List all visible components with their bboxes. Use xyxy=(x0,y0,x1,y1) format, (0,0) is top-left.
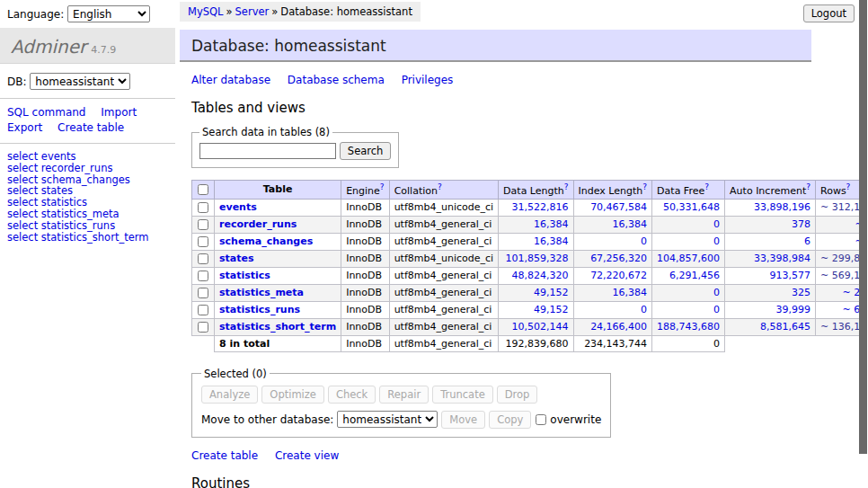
index-length-link[interactable]: 0 xyxy=(641,304,647,315)
action-link-alter-database[interactable]: Alter database xyxy=(191,74,270,86)
auto-increment-link[interactable]: 33,898,196 xyxy=(754,201,810,213)
row-checkbox-schema-changes[interactable] xyxy=(198,236,208,247)
truncate-button[interactable]: Truncate xyxy=(432,386,493,404)
index-length-link[interactable]: 24,166,400 xyxy=(590,321,647,333)
table-link-states[interactable]: states xyxy=(219,253,254,264)
sidebar-select-statistics-short-term[interactable]: select statistics_short_term xyxy=(7,232,168,244)
sidebar-select-statistics-meta[interactable]: select statistics_meta xyxy=(7,209,168,220)
table-link-statistics-meta[interactable]: statistics_meta xyxy=(219,287,304,298)
data-free-link[interactable]: 0 xyxy=(713,304,720,315)
row-checkbox-events[interactable] xyxy=(198,202,208,213)
column-header-label: Auto Increment xyxy=(730,185,806,197)
data-free-link[interactable]: 50,331,648 xyxy=(663,201,720,213)
row-checkbox-statistics-short-term[interactable] xyxy=(198,322,208,333)
auto-increment-link[interactable]: 6 xyxy=(804,235,810,247)
move-button[interactable]: Move xyxy=(441,411,485,429)
create-link-create-view[interactable]: Create view xyxy=(275,449,339,462)
data-free-link[interactable]: 188,743,680 xyxy=(657,321,720,333)
table-cell: InnoDB xyxy=(341,250,389,267)
overwrite-checkbox[interactable] xyxy=(536,414,546,425)
row-checkbox-recorder-runs[interactable] xyxy=(198,219,208,230)
check-button[interactable]: Check xyxy=(328,386,376,404)
select-all-checkbox[interactable] xyxy=(198,184,208,195)
sidebar-link-export[interactable]: Export xyxy=(7,121,42,134)
data-free-link[interactable]: 0 xyxy=(713,287,720,298)
help-link[interactable]: ? xyxy=(806,182,810,191)
auto-increment-link[interactable]: 33,398,984 xyxy=(754,253,810,264)
help-link[interactable]: ? xyxy=(704,182,709,191)
auto-increment-link[interactable]: 325 xyxy=(792,287,810,298)
sidebar-link-import[interactable]: Import xyxy=(101,106,137,119)
sidebar-select-statistics-runs[interactable]: select statistics_runs xyxy=(7,220,168,232)
auto-increment-link[interactable]: 913,577 xyxy=(770,270,811,281)
search-legend: Search data in tables (8) xyxy=(199,126,332,138)
help-link[interactable]: ? xyxy=(380,182,385,191)
scrollbar-thumb[interactable] xyxy=(859,0,867,454)
auto-increment-link[interactable]: 8,581,645 xyxy=(760,321,810,333)
data-length-link[interactable]: 49,152 xyxy=(534,287,569,298)
table-cell: 188,743,680 xyxy=(652,318,725,335)
drop-button[interactable]: Drop xyxy=(497,386,538,404)
action-link-database-schema[interactable]: Database schema xyxy=(288,74,385,86)
table-link-statistics-runs[interactable]: statistics_runs xyxy=(219,304,300,315)
data-length-link[interactable]: 16,384 xyxy=(534,235,569,247)
data-free-link[interactable]: 0 xyxy=(713,235,720,247)
index-length-link[interactable]: 16,384 xyxy=(613,218,648,230)
sidebar-select-recorder-runs[interactable]: select recorder_runs xyxy=(7,163,168,174)
help-link[interactable]: ? xyxy=(642,182,647,191)
data-length-link[interactable]: 10,502,144 xyxy=(512,321,569,333)
repair-button[interactable]: Repair xyxy=(379,386,429,404)
index-length-link[interactable]: 72,220,672 xyxy=(590,270,647,281)
index-length-link[interactable]: 67,256,320 xyxy=(590,253,647,264)
data-free-link[interactable]: 0 xyxy=(713,218,720,230)
data-length-link[interactable]: 49,152 xyxy=(534,304,569,315)
sidebar-select-events[interactable]: select events xyxy=(7,151,168,163)
table-cell: utf8mb4_unicode_ci xyxy=(389,199,498,216)
help-link[interactable]: ? xyxy=(564,182,569,191)
index-length-link[interactable]: 16,384 xyxy=(613,287,648,298)
table-link-recorder-runs[interactable]: recorder_runs xyxy=(219,218,297,230)
table-link-statistics-short-term[interactable]: statistics_short_term xyxy=(219,321,336,333)
search-button[interactable]: Search xyxy=(340,142,392,160)
breadcrumb-link-server[interactable]: Server xyxy=(235,5,270,18)
db-select[interactable]: homeassistant xyxy=(30,73,130,90)
row-checkbox-statistics[interactable] xyxy=(198,271,208,281)
row-checkbox-states[interactable] xyxy=(198,253,208,264)
data-free-link[interactable]: 104,857,600 xyxy=(657,253,720,264)
action-link-privileges[interactable]: Privileges xyxy=(402,74,454,86)
language-select[interactable]: English xyxy=(67,5,150,22)
row-checkbox-statistics-runs[interactable] xyxy=(198,305,208,315)
data-free-link[interactable]: 6,291,456 xyxy=(669,270,720,281)
optimize-button[interactable]: Optimize xyxy=(261,386,324,404)
routines-heading: Routines xyxy=(191,475,868,488)
breadcrumb: MySQL»Server»Database: homeassistant xyxy=(180,2,421,22)
table-cell: 39,999 xyxy=(725,301,816,318)
table-cell xyxy=(192,216,215,233)
index-length-link[interactable]: 0 xyxy=(641,235,647,247)
data-length-link[interactable]: 16,384 xyxy=(534,218,569,230)
data-length-link[interactable]: 48,824,320 xyxy=(512,270,569,281)
help-link[interactable]: ? xyxy=(438,182,442,191)
move-row: Move to other database:homeassistantMove… xyxy=(201,411,601,429)
data-length-link[interactable]: 101,859,328 xyxy=(506,253,569,264)
help-link[interactable]: ? xyxy=(846,182,851,191)
auto-increment-link[interactable]: 39,999 xyxy=(776,304,811,315)
sidebar-link-create-table[interactable]: Create table xyxy=(58,121,124,134)
table-link-statistics[interactable]: statistics xyxy=(219,270,270,281)
table-cell: 104,857,600 xyxy=(652,250,725,267)
index-length-link[interactable]: 70,467,584 xyxy=(590,201,647,213)
table-cell: utf8mb4_general_ci xyxy=(389,284,498,301)
move-db-select[interactable]: homeassistant xyxy=(337,411,438,428)
create-link-create-table[interactable]: Create table xyxy=(191,449,258,462)
copy-button[interactable]: Copy xyxy=(489,411,531,429)
auto-increment-link[interactable]: 378 xyxy=(792,218,810,230)
sidebar-link-sql-command[interactable]: SQL command xyxy=(7,106,85,119)
table-link-events[interactable]: events xyxy=(219,201,257,213)
analyze-button[interactable]: Analyze xyxy=(201,386,258,404)
logout-button[interactable]: Logout xyxy=(803,4,855,22)
table-link-schema-changes[interactable]: schema_changes xyxy=(219,235,313,247)
breadcrumb-link-mysql[interactable]: MySQL xyxy=(188,5,224,18)
row-checkbox-statistics-meta[interactable] xyxy=(198,288,208,298)
data-length-link[interactable]: 31,522,816 xyxy=(512,201,569,213)
search-input[interactable] xyxy=(199,143,336,159)
